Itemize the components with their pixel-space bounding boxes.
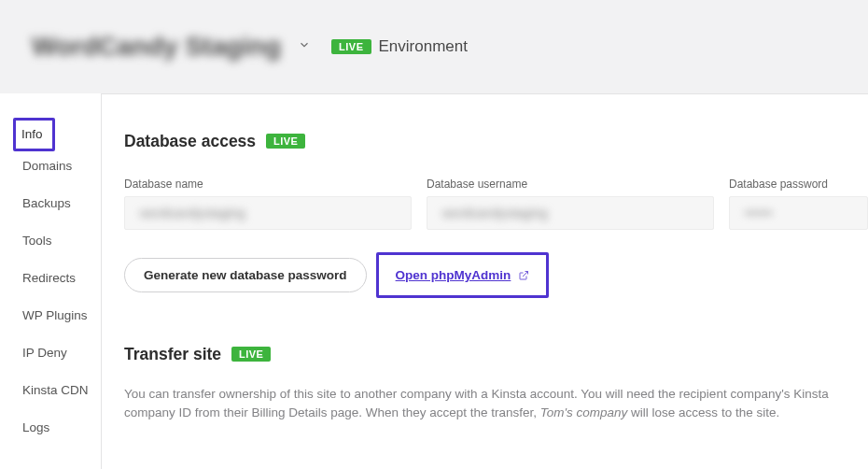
sidebar-item-ip-deny[interactable]: IP Deny	[0, 342, 101, 379]
db-user-value[interactable]: wordcandystaging	[427, 196, 714, 230]
db-name-label: Database name	[124, 178, 412, 191]
generate-password-button[interactable]: Generate new database password	[124, 258, 367, 292]
sidebar-item-kinsta-cdn[interactable]: Kinsta CDN	[0, 379, 101, 417]
sidebar-item-redirects[interactable]: Redirects	[0, 267, 101, 305]
transfer-description: You can transfer ownership of this site …	[124, 385, 843, 423]
sidebar-item-info[interactable]: Info	[0, 118, 101, 155]
db-user-label: Database username	[427, 178, 714, 191]
live-badge: LIVE	[331, 39, 371, 54]
svg-line-0	[523, 271, 528, 277]
db-pass-label: Database password	[729, 178, 868, 191]
db-user-field: Database username wordcandystaging	[427, 178, 714, 230]
main-content: Database access LIVE Database name wordc…	[102, 93, 868, 469]
open-phpmyadmin-text: Open phpMyAdmin	[396, 268, 511, 282]
database-access-section: Database access LIVE Database name wordc…	[124, 132, 868, 298]
section-title-db: Database access LIVE	[124, 132, 868, 151]
db-pass-field: Database password ••••••	[729, 178, 868, 230]
sidebar-item-backups[interactable]: Backups	[0, 192, 101, 230]
db-live-badge: LIVE	[266, 134, 305, 149]
db-name-field: Database name wordcandystaging	[124, 178, 412, 230]
db-fields: Database name wordcandystaging Database …	[124, 178, 868, 230]
transfer-live-badge: LIVE	[231, 347, 271, 362]
external-link-icon	[518, 270, 529, 281]
db-title-text: Database access	[124, 132, 256, 150]
top-bar: WordCandy Staging LIVE Environment	[0, 0, 868, 93]
sidebar-item-domains[interactable]: Domains	[0, 155, 101, 192]
sidebar-item-logs[interactable]: Logs	[0, 417, 101, 454]
sidebar-item-wp-plugins[interactable]: WP Plugins	[0, 305, 101, 342]
sidebar-item-tools[interactable]: Tools	[0, 230, 101, 267]
environment-label: Environment	[379, 37, 468, 56]
sidebar: Info Domains Backups Tools Redirects WP …	[0, 93, 101, 469]
chevron-down-icon[interactable]	[298, 38, 311, 55]
open-phpmyadmin-link[interactable]: Open phpMyAdmin	[376, 252, 550, 298]
transfer-title-text: Transfer site	[124, 345, 221, 363]
db-pass-value[interactable]: ••••••	[729, 196, 868, 230]
section-title-transfer: Transfer site LIVE	[124, 345, 868, 364]
db-actions: Generate new database password Open phpM…	[124, 252, 868, 298]
transfer-site-section: Transfer site LIVE You can transfer owne…	[124, 345, 868, 423]
site-name: WordCandy Staging	[32, 32, 281, 62]
db-name-value[interactable]: wordcandystaging	[124, 196, 412, 230]
